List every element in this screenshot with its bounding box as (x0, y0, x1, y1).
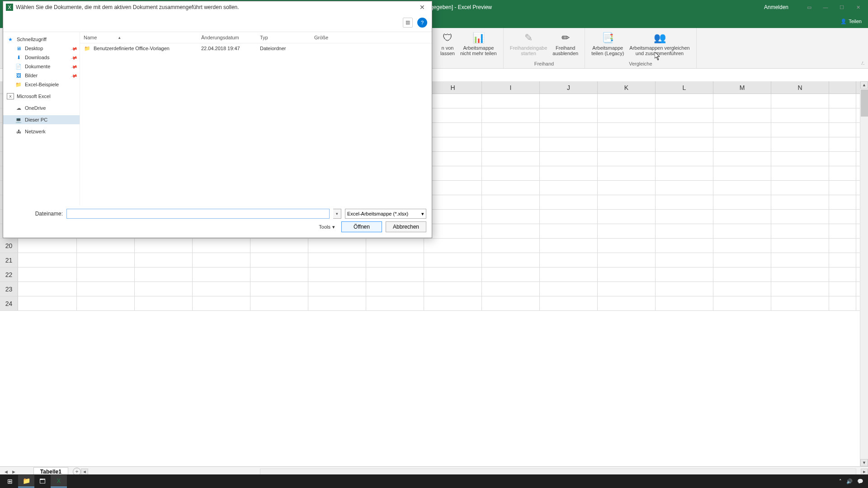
cell[interactable] (771, 152, 829, 166)
cell[interactable] (482, 152, 540, 166)
table-row[interactable]: 24 (0, 296, 868, 311)
cell[interactable] (713, 181, 771, 195)
tab-nav-next-icon[interactable]: ► (11, 469, 16, 474)
cell[interactable] (656, 152, 713, 166)
cell[interactable] (540, 239, 598, 253)
cell[interactable] (713, 224, 771, 238)
table-row[interactable]: 21 (0, 253, 868, 267)
cell[interactable] (540, 152, 598, 166)
cell[interactable] (598, 253, 656, 267)
list-item[interactable]: 📁Benutzerdefinierte Office-Vorlagen 22.0… (80, 43, 432, 53)
collapse-ribbon-icon[interactable]: ㄥ (861, 60, 865, 66)
cell[interactable] (713, 94, 771, 108)
scroll-down-icon[interactable]: ▼ (860, 459, 868, 466)
cell[interactable] (540, 108, 598, 122)
row-header[interactable]: 23 (0, 282, 18, 296)
cell[interactable] (598, 224, 656, 238)
row-header[interactable]: 21 (0, 253, 18, 267)
scroll-thumb[interactable] (861, 89, 868, 117)
cell[interactable] (424, 137, 482, 151)
cell[interactable] (713, 152, 771, 166)
cell[interactable] (829, 267, 856, 282)
tools-dropdown[interactable]: Tools▾ (316, 223, 338, 231)
cell[interactable] (308, 253, 366, 267)
cell[interactable] (829, 224, 856, 238)
cell[interactable] (18, 282, 77, 296)
cell[interactable] (598, 166, 656, 180)
taskbar-excel[interactable]: X (51, 475, 67, 488)
filename-input[interactable] (66, 209, 330, 219)
cell[interactable] (77, 253, 135, 267)
taskbar-explorer[interactable]: 📁 (18, 475, 34, 488)
cell[interactable] (829, 195, 856, 209)
cell[interactable] (540, 296, 598, 310)
table-row[interactable]: 23 (0, 282, 868, 296)
hscroll-left-icon[interactable]: ◄ (81, 469, 88, 475)
cell[interactable] (424, 195, 482, 209)
col-I[interactable]: I (482, 81, 540, 94)
nav-ms-excel[interactable]: XMicrosoft Excel (3, 92, 80, 101)
cell[interactable] (308, 296, 366, 310)
nav-dieser-pc[interactable]: 💻Dieser PC (3, 115, 80, 124)
cell[interactable] (829, 239, 856, 253)
cell[interactable] (656, 137, 713, 151)
cell[interactable] (829, 282, 856, 296)
cell[interactable] (540, 137, 598, 151)
cell[interactable] (424, 267, 482, 282)
col-N[interactable]: N (771, 81, 829, 94)
cell[interactable] (771, 166, 829, 180)
cell[interactable] (656, 296, 713, 310)
cell[interactable] (829, 210, 856, 224)
cell[interactable] (540, 181, 598, 195)
cell[interactable] (713, 108, 771, 122)
minimize-icon[interactable]: — (819, 3, 832, 12)
help-icon[interactable]: ? (417, 18, 427, 28)
cell[interactable] (424, 282, 482, 296)
nav-onedrive[interactable]: ☁OneDrive (3, 103, 80, 113)
cell[interactable] (598, 282, 656, 296)
cell[interactable] (193, 296, 250, 310)
cell[interactable] (598, 181, 656, 195)
open-button[interactable]: Öffnen (341, 221, 382, 232)
cell[interactable] (598, 296, 656, 310)
cell[interactable] (656, 108, 713, 122)
col-L[interactable]: L (656, 81, 713, 94)
cell[interactable] (18, 267, 77, 282)
row-header[interactable]: 20 (0, 239, 18, 253)
cell[interactable] (713, 296, 771, 310)
cell[interactable] (656, 166, 713, 180)
start-button[interactable]: ⊞ (2, 475, 18, 488)
cell[interactable] (482, 123, 540, 137)
cell[interactable] (193, 253, 250, 267)
cell[interactable] (424, 296, 482, 310)
tray-volume-icon[interactable]: 🔊 (846, 479, 853, 484)
cell[interactable] (308, 239, 366, 253)
nav-downloads[interactable]: ⬇Downloads📌 (3, 53, 80, 62)
cell[interactable] (771, 137, 829, 151)
header-name[interactable]: Name▲ (84, 35, 201, 40)
dialog-titlebar[interactable]: X Wählen Sie die Dokumente, die mit dem … (3, 1, 432, 13)
cell[interactable] (424, 123, 482, 137)
cell[interactable] (713, 239, 771, 253)
cell[interactable] (771, 239, 829, 253)
header-date[interactable]: Änderungsdatum (201, 35, 260, 40)
cell[interactable] (18, 253, 77, 267)
cell[interactable] (540, 224, 598, 238)
close-icon[interactable]: ✕ (852, 3, 864, 12)
cell[interactable] (771, 108, 829, 122)
cell[interactable] (771, 253, 829, 267)
cell[interactable] (771, 94, 829, 108)
cell[interactable] (713, 195, 771, 209)
cell[interactable] (135, 239, 193, 253)
cell[interactable] (829, 108, 856, 122)
view-toggle-icon[interactable]: ▥ (403, 18, 413, 28)
cell[interactable] (713, 210, 771, 224)
zulassen-button[interactable]: 🛡 n von lassen (438, 29, 458, 58)
cell[interactable] (771, 267, 829, 282)
cell[interactable] (598, 195, 656, 209)
cell[interactable] (598, 239, 656, 253)
header-type[interactable]: Typ (260, 35, 314, 40)
cell[interactable] (598, 123, 656, 137)
cell[interactable] (771, 181, 829, 195)
nav-schnellzugriff[interactable]: ★Schnellzugriff (3, 35, 80, 44)
